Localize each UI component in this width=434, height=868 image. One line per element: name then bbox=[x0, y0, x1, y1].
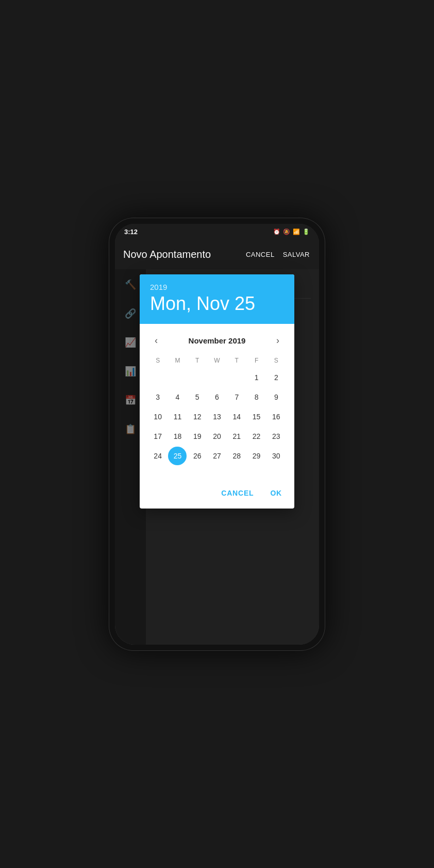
picker-body: ‹ November 2019 › S M T W T F S bbox=[140, 324, 294, 482]
cal-day-11[interactable]: 11 bbox=[168, 407, 187, 426]
cal-day-6[interactable]: 6 bbox=[208, 388, 226, 406]
day-header-wed: W bbox=[207, 355, 227, 366]
picker-spacer bbox=[148, 465, 286, 478]
cal-day-25[interactable]: 25 bbox=[168, 447, 187, 465]
day-header-sun: S bbox=[148, 355, 168, 366]
cal-day-2[interactable]: 2 bbox=[267, 368, 286, 387]
header-actions: CANCEL SALVAR bbox=[245, 249, 311, 260]
calendar-grid: 1 2 3 4 5 6 7 8 9 10 11 bbox=[148, 368, 286, 465]
header-save-button[interactable]: SALVAR bbox=[282, 249, 311, 260]
picker-date-large: Mon, Nov 25 bbox=[150, 293, 284, 314]
cal-day-12[interactable]: 12 bbox=[188, 407, 207, 426]
cal-day-21[interactable]: 21 bbox=[227, 427, 246, 446]
month-label: November 2019 bbox=[189, 336, 246, 345]
mute-icon: 🔕 bbox=[283, 228, 290, 235]
day-header-sat: S bbox=[266, 355, 286, 366]
day-headers: S M T W T F S bbox=[148, 355, 286, 366]
cal-day-5[interactable]: 5 bbox=[188, 388, 207, 406]
cal-day-27[interactable]: 27 bbox=[208, 447, 226, 465]
cal-day-18[interactable]: 18 bbox=[168, 427, 187, 446]
cal-day-17[interactable]: 17 bbox=[148, 427, 167, 446]
cal-day-19[interactable]: 19 bbox=[188, 427, 207, 446]
wifi-icon: 📶 bbox=[293, 228, 300, 235]
cal-day-3[interactable]: 3 bbox=[148, 388, 167, 406]
cal-cell-empty bbox=[188, 368, 207, 387]
month-nav: ‹ November 2019 › bbox=[148, 328, 286, 355]
cal-cell-empty bbox=[208, 368, 226, 387]
day-header-tue: T bbox=[188, 355, 207, 366]
app-body: 🔨 🔗 📈 📊 📅 📋 🔨 0001-GA Mobile bbox=[115, 269, 319, 645]
cal-day-13[interactable]: 13 bbox=[208, 407, 226, 426]
cal-day-15[interactable]: 15 bbox=[247, 407, 266, 426]
cal-day-22[interactable]: 22 bbox=[247, 427, 266, 446]
cal-day-26[interactable]: 26 bbox=[188, 447, 207, 465]
cal-day-10[interactable]: 10 bbox=[148, 407, 167, 426]
cal-day-30[interactable]: 30 bbox=[267, 447, 286, 465]
picker-ok-button[interactable]: OK bbox=[266, 486, 286, 500]
status-time: 3:12 bbox=[124, 228, 138, 236]
cal-day-8[interactable]: 8 bbox=[247, 388, 266, 406]
app-header: Novo Apontamento CANCEL SALVAR bbox=[115, 240, 319, 269]
picker-actions: CANCEL OK bbox=[140, 482, 294, 509]
prev-month-button[interactable]: ‹ bbox=[148, 332, 164, 349]
cal-day-20[interactable]: 20 bbox=[208, 427, 226, 446]
cal-day-4[interactable]: 4 bbox=[168, 388, 187, 406]
day-header-mon: M bbox=[168, 355, 187, 366]
cal-day-14[interactable]: 14 bbox=[227, 407, 246, 426]
picker-cancel-button[interactable]: CANCEL bbox=[217, 486, 258, 500]
picker-year: 2019 bbox=[150, 283, 284, 291]
day-header-thu: T bbox=[227, 355, 246, 366]
dialog-overlay: 2019 Mon, Nov 25 ‹ November 2019 › bbox=[115, 269, 319, 645]
battery-icon: 🔋 bbox=[303, 228, 310, 235]
cal-cell-empty bbox=[148, 368, 167, 387]
cal-cell-empty bbox=[227, 368, 246, 387]
cal-day-28[interactable]: 28 bbox=[227, 447, 246, 465]
alarm-icon: ⏰ bbox=[273, 228, 280, 235]
cal-day-16[interactable]: 16 bbox=[267, 407, 286, 426]
picker-header: 2019 Mon, Nov 25 bbox=[140, 274, 294, 324]
cal-cell-empty bbox=[168, 368, 187, 387]
date-picker-dialog: 2019 Mon, Nov 25 ‹ November 2019 › bbox=[140, 274, 294, 509]
cal-day-23[interactable]: 23 bbox=[267, 427, 286, 446]
cal-day-9[interactable]: 9 bbox=[267, 388, 286, 406]
cal-day-29[interactable]: 29 bbox=[247, 447, 266, 465]
cal-day-7[interactable]: 7 bbox=[227, 388, 246, 406]
app-title: Novo Apontamento bbox=[123, 249, 211, 260]
phone-screen: 3:12 ⏰ 🔕 📶 🔋 Novo Apontamento CANCEL SAL… bbox=[115, 224, 319, 645]
status-bar: 3:12 ⏰ 🔕 📶 🔋 bbox=[115, 224, 319, 240]
cal-day-1[interactable]: 1 bbox=[247, 368, 266, 387]
header-cancel-button[interactable]: CANCEL bbox=[245, 249, 276, 260]
status-icons: ⏰ 🔕 📶 🔋 bbox=[273, 228, 310, 235]
next-month-button[interactable]: › bbox=[270, 332, 286, 349]
cal-day-24[interactable]: 24 bbox=[148, 447, 167, 465]
phone-shell: 3:12 ⏰ 🔕 📶 🔋 Novo Apontamento CANCEL SAL… bbox=[109, 218, 325, 651]
day-header-fri: F bbox=[246, 355, 266, 366]
